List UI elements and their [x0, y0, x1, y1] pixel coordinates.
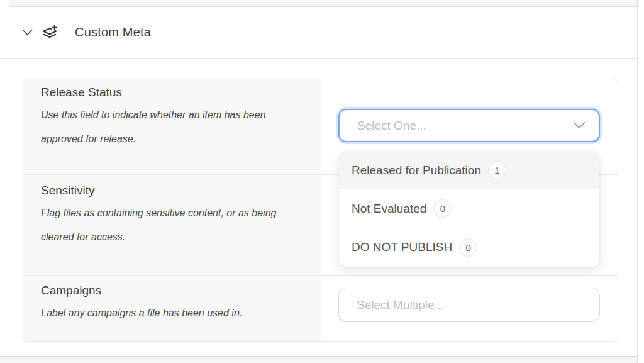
chevron-down-icon[interactable]	[21, 26, 34, 39]
custom-meta-section-header[interactable]: Custom Meta	[0, 7, 637, 59]
option-count-badge: 0	[433, 199, 452, 218]
field-label: Release Status	[41, 86, 305, 99]
option-count-badge: 0	[459, 238, 477, 257]
release-status-select[interactable]: Select One...	[338, 109, 600, 142]
campaigns-field-info: Campaigns Label any campaigns a file has…	[41, 284, 305, 325]
field-description: Use this field to indicate whether an it…	[41, 103, 305, 150]
dropdown-option-not-evaluated[interactable]: Not Evaluated 0	[339, 189, 599, 228]
dropdown-option-released-for-publication[interactable]: Released for Publication 1	[339, 151, 599, 189]
dropdown-option-do-not-publish[interactable]: DO NOT PUBLISH 0	[339, 228, 599, 267]
custom-meta-card: Release Status Use this field to indicat…	[23, 79, 618, 342]
option-label: DO NOT PUBLISH	[352, 240, 452, 254]
select-placeholder: Select Multiple...	[357, 298, 587, 312]
option-label: Released for Publication	[352, 164, 481, 177]
campaigns-select[interactable]: Select Multiple...	[338, 288, 600, 322]
field-description: Label any campaigns a file has been used…	[41, 301, 305, 325]
panel-right-border	[637, 0, 638, 363]
field-label: Sensitivity	[41, 184, 305, 198]
previous-section-edge	[9, 0, 638, 7]
row-divider	[23, 275, 618, 276]
next-section-edge	[0, 356, 637, 363]
chevron-down-icon[interactable]	[572, 121, 586, 130]
sensitivity-field-info: Sensitivity Flag files as containing sen…	[41, 184, 305, 249]
release-status-dropdown-menu: Released for Publication 1 Not Evaluated…	[339, 151, 599, 267]
field-description: Flag files as containing sensitive conte…	[41, 201, 305, 249]
layers-plus-icon	[41, 23, 59, 42]
option-label: Not Evaluated	[352, 202, 426, 216]
select-placeholder: Select One...	[357, 119, 572, 133]
option-count-badge: 1	[488, 161, 506, 179]
release-status-field-info: Release Status Use this field to indicat…	[41, 86, 305, 150]
field-label: Campaigns	[41, 284, 305, 298]
section-title: Custom Meta	[75, 25, 151, 40]
